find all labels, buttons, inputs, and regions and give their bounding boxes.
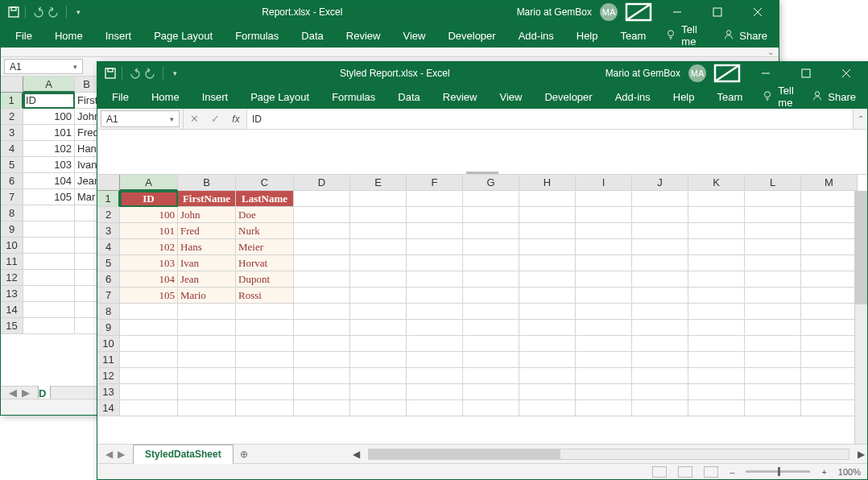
cell[interactable] xyxy=(519,400,576,416)
cell[interactable] xyxy=(576,400,632,416)
row-header[interactable]: 3 xyxy=(1,125,23,141)
cell[interactable] xyxy=(463,255,519,271)
cell[interactable]: Meier xyxy=(236,239,294,255)
cell[interactable] xyxy=(688,384,745,400)
cell[interactable] xyxy=(745,207,801,223)
ribbon-tab-insert[interactable]: Insert xyxy=(94,23,143,48)
column-header[interactable]: A xyxy=(23,77,75,93)
cell[interactable] xyxy=(745,223,801,239)
ribbon-tab-view[interactable]: View xyxy=(391,23,436,48)
cell[interactable] xyxy=(178,352,236,368)
row-header[interactable]: 9 xyxy=(1,221,23,238)
row-header[interactable]: 7 xyxy=(97,288,120,304)
cell[interactable] xyxy=(632,223,688,239)
share-button[interactable]: Share xyxy=(715,29,775,43)
ribbon-tab-team[interactable]: Team xyxy=(610,23,658,48)
cell[interactable] xyxy=(576,336,632,352)
cell[interactable]: 101 xyxy=(23,125,75,141)
cell[interactable] xyxy=(407,191,463,207)
minimize-button[interactable] xyxy=(748,62,783,85)
cell[interactable] xyxy=(463,239,519,255)
column-header[interactable]: I xyxy=(576,175,632,191)
cell[interactable]: 102 xyxy=(23,141,75,157)
fx-icon[interactable]: fx xyxy=(225,109,246,129)
cell[interactable] xyxy=(350,304,407,320)
tell-me-search[interactable]: Tell me xyxy=(657,23,715,48)
cell[interactable] xyxy=(463,352,519,368)
cell[interactable] xyxy=(294,255,350,271)
worksheet-grid[interactable]: ABCDEFGHIJKLM1IDFirstNameLastName2100Joh… xyxy=(97,175,867,444)
cell[interactable] xyxy=(178,336,236,352)
row-header[interactable]: 5 xyxy=(1,157,23,173)
close-button[interactable] xyxy=(740,1,775,23)
cell[interactable] xyxy=(463,304,519,320)
hscroll-left-icon[interactable]: ◀ xyxy=(350,449,363,460)
cell[interactable]: Fred xyxy=(75,125,99,141)
cell[interactable] xyxy=(75,318,99,334)
cell[interactable] xyxy=(801,336,858,352)
undo-icon[interactable] xyxy=(31,6,43,19)
chevron-down-icon[interactable]: ▾ xyxy=(170,115,174,123)
row-header[interactable]: 4 xyxy=(97,239,120,255)
cell[interactable] xyxy=(519,368,576,384)
cell[interactable]: John xyxy=(75,109,99,125)
cell[interactable] xyxy=(519,239,576,255)
ribbon-tab-home[interactable]: Home xyxy=(43,23,94,48)
row-header[interactable]: 1 xyxy=(1,93,23,109)
cell[interactable]: 104 xyxy=(120,271,178,288)
cell[interactable] xyxy=(632,352,688,368)
ribbon-tab-review[interactable]: Review xyxy=(432,85,489,109)
cell[interactable] xyxy=(688,255,745,271)
sheet-tab[interactable]: StyledDataSheet xyxy=(133,445,234,464)
ribbon-tab-pagelayout[interactable]: Page Layout xyxy=(143,23,224,48)
ribbon-tab-formulas[interactable]: Formulas xyxy=(224,23,290,48)
cell[interactable] xyxy=(294,400,350,416)
cell[interactable] xyxy=(236,368,294,384)
cell[interactable] xyxy=(350,288,407,304)
cell[interactable] xyxy=(23,270,75,286)
cell[interactable] xyxy=(745,384,801,400)
cell[interactable] xyxy=(463,223,519,239)
cell[interactable] xyxy=(120,336,178,352)
cell[interactable] xyxy=(632,400,688,416)
cell[interactable] xyxy=(576,320,632,336)
column-header[interactable]: A xyxy=(120,175,178,191)
cell[interactable]: Han xyxy=(75,141,99,157)
row-header[interactable]: 11 xyxy=(97,352,120,368)
ribbon-tab-view[interactable]: View xyxy=(488,85,533,109)
cell[interactable] xyxy=(178,320,236,336)
cell[interactable] xyxy=(632,336,688,352)
cell[interactable] xyxy=(294,336,350,352)
cell[interactable]: 100 xyxy=(120,207,178,223)
cell[interactable] xyxy=(632,320,688,336)
ribbon-tab-review[interactable]: Review xyxy=(335,23,392,48)
cell[interactable] xyxy=(350,255,407,271)
cell[interactable]: 105 xyxy=(120,288,178,304)
row-header[interactable]: 13 xyxy=(97,384,120,400)
cell[interactable] xyxy=(350,223,407,239)
cell[interactable] xyxy=(120,384,178,400)
cell[interactable]: 100 xyxy=(23,109,75,125)
zoom-in-button[interactable]: + xyxy=(821,467,826,477)
cell[interactable]: ID xyxy=(120,191,178,207)
chevron-down-icon[interactable]: ▾ xyxy=(73,63,77,71)
cell[interactable] xyxy=(801,400,858,416)
row-header[interactable]: 9 xyxy=(97,320,120,336)
cell[interactable] xyxy=(801,288,858,304)
row-header[interactable]: 8 xyxy=(97,304,120,320)
cell[interactable] xyxy=(688,304,745,320)
cell[interactable] xyxy=(632,191,688,207)
cell[interactable] xyxy=(801,352,858,368)
cell[interactable] xyxy=(407,384,463,400)
cell[interactable] xyxy=(407,320,463,336)
zoom-level[interactable]: 100% xyxy=(838,467,861,477)
cell[interactable] xyxy=(294,207,350,223)
maximize-button[interactable] xyxy=(788,62,824,85)
cell[interactable]: Rossi xyxy=(236,288,294,304)
cell[interactable] xyxy=(576,191,632,207)
cell[interactable] xyxy=(75,270,99,286)
cell[interactable] xyxy=(576,239,632,255)
cell[interactable] xyxy=(407,255,463,271)
cell[interactable] xyxy=(632,271,688,288)
cell[interactable]: FirstName xyxy=(178,191,236,207)
